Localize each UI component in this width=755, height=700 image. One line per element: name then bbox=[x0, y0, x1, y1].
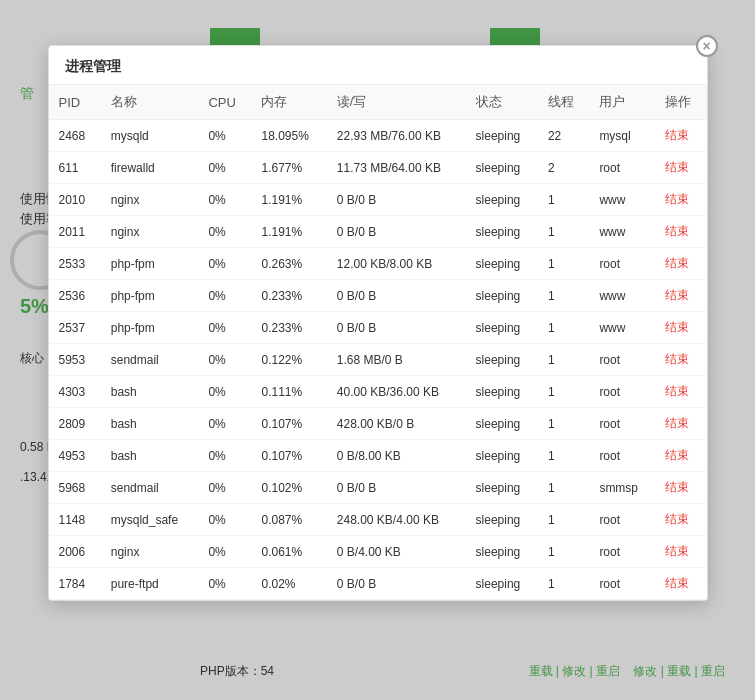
table-cell: 0.122% bbox=[251, 344, 326, 376]
table-action-cell: 结束 bbox=[655, 440, 707, 472]
terminate-process-button[interactable]: 结束 bbox=[665, 576, 689, 590]
table-cell: mysqld bbox=[101, 120, 199, 152]
table-header-cell: 操作 bbox=[655, 85, 707, 120]
table-cell: 4953 bbox=[49, 440, 101, 472]
table-action-cell: 结束 bbox=[655, 312, 707, 344]
terminate-process-button[interactable]: 结束 bbox=[665, 416, 689, 430]
table-header-cell: 读/写 bbox=[327, 85, 466, 120]
terminate-process-button[interactable]: 结束 bbox=[665, 352, 689, 366]
table-action-cell: 结束 bbox=[655, 504, 707, 536]
table-cell: 2809 bbox=[49, 408, 101, 440]
terminate-process-button[interactable]: 结束 bbox=[665, 480, 689, 494]
table-cell: 0.233% bbox=[251, 312, 326, 344]
terminate-process-button[interactable]: 结束 bbox=[665, 320, 689, 334]
table-action-cell: 结束 bbox=[655, 184, 707, 216]
table-row: 2809bash0%0.107%428.00 KB/0 Bsleeping1ro… bbox=[49, 408, 707, 440]
terminate-process-button[interactable]: 结束 bbox=[665, 128, 689, 142]
table-action-cell: 结束 bbox=[655, 120, 707, 152]
table-header-row: PID名称CPU内存读/写状态线程用户操作 bbox=[49, 85, 707, 120]
terminate-process-button[interactable]: 结束 bbox=[665, 512, 689, 526]
process-management-modal: 进程管理 × PID名称CPU内存读/写状态线程用户操作 2468mysqld0… bbox=[48, 45, 708, 601]
table-cell: root bbox=[589, 504, 655, 536]
table-cell: 1 bbox=[538, 568, 589, 600]
table-cell: smmsp bbox=[589, 472, 655, 504]
table-cell: 1.677% bbox=[251, 152, 326, 184]
table-row: 5953sendmail0%0.122%1.68 MB/0 Bsleeping1… bbox=[49, 344, 707, 376]
table-cell: 0 B/0 B bbox=[327, 184, 466, 216]
table-cell: mysqld_safe bbox=[101, 504, 199, 536]
table-action-cell: 结束 bbox=[655, 248, 707, 280]
table-cell: sleeping bbox=[466, 344, 538, 376]
table-cell: 5953 bbox=[49, 344, 101, 376]
terminate-process-button[interactable]: 结束 bbox=[665, 224, 689, 238]
table-cell: sleeping bbox=[466, 472, 538, 504]
table-cell: 0% bbox=[198, 312, 251, 344]
table-cell: 2010 bbox=[49, 184, 101, 216]
terminate-process-button[interactable]: 结束 bbox=[665, 160, 689, 174]
table-cell: sendmail bbox=[101, 472, 199, 504]
table-cell: root bbox=[589, 408, 655, 440]
table-cell: 1 bbox=[538, 312, 589, 344]
table-cell: 1 bbox=[538, 408, 589, 440]
table-cell: 0.111% bbox=[251, 376, 326, 408]
table-cell: 0 B/0 B bbox=[327, 280, 466, 312]
table-cell: pure-ftpd bbox=[101, 568, 199, 600]
table-cell: 0% bbox=[198, 472, 251, 504]
table-cell: bash bbox=[101, 376, 199, 408]
modal-body[interactable]: PID名称CPU内存读/写状态线程用户操作 2468mysqld0%18.095… bbox=[49, 85, 707, 600]
table-cell: sleeping bbox=[466, 248, 538, 280]
table-cell: php-fpm bbox=[101, 312, 199, 344]
table-cell: 0.107% bbox=[251, 408, 326, 440]
table-action-cell: 结束 bbox=[655, 216, 707, 248]
table-cell: 0.107% bbox=[251, 440, 326, 472]
table-cell: 0% bbox=[198, 248, 251, 280]
table-cell: bash bbox=[101, 408, 199, 440]
table-cell: sleeping bbox=[466, 568, 538, 600]
table-header-cell: 状态 bbox=[466, 85, 538, 120]
table-cell: 11.73 MB/64.00 KB bbox=[327, 152, 466, 184]
table-cell: sleeping bbox=[466, 504, 538, 536]
table-cell: nginx bbox=[101, 536, 199, 568]
table-row: 2533php-fpm0%0.263%12.00 KB/8.00 KBsleep… bbox=[49, 248, 707, 280]
process-table: PID名称CPU内存读/写状态线程用户操作 2468mysqld0%18.095… bbox=[49, 85, 707, 600]
table-cell: sleeping bbox=[466, 376, 538, 408]
table-cell: sleeping bbox=[466, 152, 538, 184]
modal-title: 进程管理 bbox=[65, 58, 121, 76]
table-cell: 2533 bbox=[49, 248, 101, 280]
table-cell: 1 bbox=[538, 184, 589, 216]
table-row: 4303bash0%0.111%40.00 KB/36.00 KBsleepin… bbox=[49, 376, 707, 408]
table-cell: 1 bbox=[538, 376, 589, 408]
table-cell: 18.095% bbox=[251, 120, 326, 152]
terminate-process-button[interactable]: 结束 bbox=[665, 192, 689, 206]
table-cell: 4303 bbox=[49, 376, 101, 408]
table-row: 2537php-fpm0%0.233%0 B/0 Bsleeping1www结束 bbox=[49, 312, 707, 344]
table-cell: sleeping bbox=[466, 184, 538, 216]
terminate-process-button[interactable]: 结束 bbox=[665, 256, 689, 270]
table-header-cell: 名称 bbox=[101, 85, 199, 120]
table-cell: 0% bbox=[198, 184, 251, 216]
modal-close-button[interactable]: × bbox=[696, 35, 718, 57]
table-action-cell: 结束 bbox=[655, 376, 707, 408]
table-cell: sleeping bbox=[466, 120, 538, 152]
table-cell: 2468 bbox=[49, 120, 101, 152]
table-header-cell: 线程 bbox=[538, 85, 589, 120]
terminate-process-button[interactable]: 结束 bbox=[665, 288, 689, 302]
table-cell: 1.191% bbox=[251, 184, 326, 216]
table-row: 5968sendmail0%0.102%0 B/0 Bsleeping1smms… bbox=[49, 472, 707, 504]
table-header-cell: 内存 bbox=[251, 85, 326, 120]
table-cell: 428.00 KB/0 B bbox=[327, 408, 466, 440]
table-cell: 0.061% bbox=[251, 536, 326, 568]
table-header-cell: PID bbox=[49, 85, 101, 120]
table-cell: 1 bbox=[538, 280, 589, 312]
table-cell: 1.68 MB/0 B bbox=[327, 344, 466, 376]
table-cell: 0% bbox=[198, 152, 251, 184]
table-action-cell: 结束 bbox=[655, 152, 707, 184]
terminate-process-button[interactable]: 结束 bbox=[665, 384, 689, 398]
table-cell: php-fpm bbox=[101, 248, 199, 280]
table-cell: 40.00 KB/36.00 KB bbox=[327, 376, 466, 408]
terminate-process-button[interactable]: 结束 bbox=[665, 448, 689, 462]
table-cell: 2011 bbox=[49, 216, 101, 248]
table-cell: 1 bbox=[538, 344, 589, 376]
table-cell: sleeping bbox=[466, 216, 538, 248]
terminate-process-button[interactable]: 结束 bbox=[665, 544, 689, 558]
